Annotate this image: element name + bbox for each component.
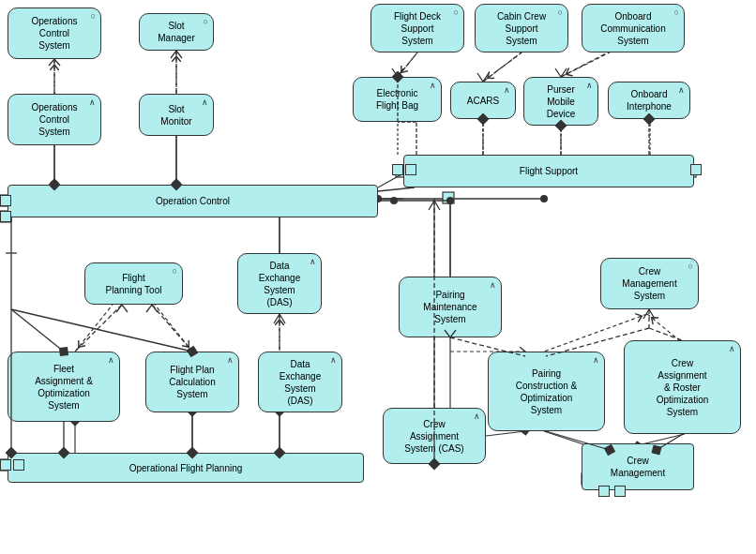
ops-ctrl-bottom-label: OperationsControlSystem [32, 101, 78, 138]
crew-mgmt-sys-label: CrewManagementSystem [622, 265, 676, 302]
svg-line-76 [649, 328, 682, 340]
slot-mgr-icon: ○ [204, 17, 208, 28]
ops-ctrl-top-box: OperationsControlSystem ○ [8, 7, 101, 59]
connector-3 [392, 164, 403, 175]
pairing-constr-icon: ∧ [593, 355, 599, 367]
pairing-maint-icon: ∧ [490, 280, 496, 292]
acars-box: ACARS ∧ [450, 82, 516, 119]
svg-line-54 [11, 309, 64, 352]
connector-6 [0, 459, 11, 471]
flight-deck-support-box: Flight DeckSupportSystem ○ [370, 4, 464, 52]
data-exchange-bottom-box: DataExchangeSystem(DAS) ∧ [258, 352, 342, 412]
connector-5 [690, 164, 702, 175]
pairing-constr-label: PairingConstruction &OptimizationSystem [516, 367, 578, 416]
slot-monitor-box: SlotMonitor ∧ [139, 94, 214, 136]
flight-plan-calc-icon: ∧ [227, 355, 234, 367]
connector-4 [405, 164, 416, 175]
efb-label: ElectronicFlight Bag [376, 87, 418, 112]
onboard-interphone-box: OnboardInterphone ∧ [608, 82, 690, 119]
connector-8 [598, 486, 610, 497]
connector-2 [0, 211, 11, 222]
slot-mgr-box: SlotManager ○ [139, 13, 214, 51]
fleet-assign-box: FleetAssignment &OptimizationSystem ∧ [8, 352, 120, 422]
data-exchange-bottom-icon: ∧ [330, 355, 337, 367]
fleet-assign-icon: ∧ [108, 355, 114, 367]
cabin-crew-support-icon: ○ [558, 7, 563, 19]
crew-assign-roster-box: CrewAssignment& RosterOptimizationSystem… [624, 340, 741, 434]
pairing-constr-box: PairingConstruction &OptimizationSystem … [488, 352, 605, 431]
svg-line-85 [152, 305, 192, 352]
efb-box: ElectronicFlight Bag ∧ [353, 77, 442, 122]
svg-line-84 [75, 305, 122, 352]
fleet-assign-label: FleetAssignment &OptimizationSystem [35, 363, 93, 412]
svg-line-18 [561, 52, 610, 77]
acars-icon: ∧ [504, 85, 510, 97]
pairing-maint-box: PairingMaintenanceSystem ∧ [399, 277, 502, 337]
data-exchange-top-box: DataExchangeSystem(DAS) ∧ [237, 253, 322, 314]
crew-assign-sys-box: CrewAssignmentSystem (CAS) ∧ [383, 408, 486, 464]
pairing-maint-label: PairingMaintenanceSystem [423, 289, 476, 325]
svg-line-73 [561, 52, 608, 77]
flight-support-box: Flight Support [403, 155, 694, 187]
svg-rect-23 [443, 192, 454, 203]
flight-support-label: Flight Support [520, 165, 578, 177]
purser-mobile-label: PurserMobileDevice [547, 83, 576, 120]
crew-assign-roster-label: CrewAssignment& RosterOptimizationSystem [657, 357, 709, 418]
svg-line-71 [398, 52, 417, 77]
op-flight-planning-box: Operational Flight Planning [8, 453, 364, 483]
crew-assign-roster-icon: ∧ [729, 344, 735, 355]
crew-management-label: CrewManagement [611, 455, 665, 479]
efb-icon: ∧ [430, 81, 436, 92]
connector-7 [13, 459, 24, 471]
crew-assign-sys-icon: ∧ [474, 412, 480, 423]
svg-point-60 [390, 197, 398, 204]
connector-1 [0, 195, 11, 206]
op-control-box: Operation Control [8, 185, 378, 217]
flight-planning-tool-icon: ○ [173, 266, 177, 277]
flight-plan-calc-box: Flight PlanCalculationSystem ∧ [145, 352, 239, 412]
ops-ctrl-top-icon: ○ [91, 11, 96, 22]
slot-monitor-label: SlotMonitor [160, 103, 191, 127]
svg-point-63 [446, 197, 454, 204]
svg-line-32 [75, 305, 113, 352]
onboard-comm-label: OnboardCommunicationSystem [600, 10, 665, 47]
ops-ctrl-bottom-icon: ∧ [89, 97, 96, 109]
op-control-label: Operation Control [156, 195, 230, 207]
svg-line-44 [378, 173, 403, 187]
data-exchange-bottom-label: DataExchangeSystem(DAS) [280, 358, 321, 407]
crew-management-box: CrewManagement [582, 443, 694, 490]
svg-line-33 [155, 305, 192, 352]
onboard-interphone-label: OnboardInterphone [627, 88, 672, 112]
diagram: OperationsControlSystem ○ SlotManager ○ … [0, 0, 756, 554]
onboard-comm-box: OnboardCommunicationSystem ○ [582, 4, 685, 52]
flight-plan-calc-label: Flight PlanCalculationSystem [169, 364, 215, 400]
acars-label: ACARS [467, 95, 499, 107]
data-exchange-top-label: DataExchangeSystem(DAS) [259, 260, 300, 308]
svg-line-17 [483, 52, 522, 82]
onboard-comm-icon: ○ [674, 7, 679, 19]
ops-ctrl-top-label: OperationsControlSystem [32, 15, 78, 52]
purser-mobile-icon: ∧ [586, 81, 593, 92]
crew-mgmt-sys-icon: ○ [688, 262, 693, 273]
slot-mgr-label: SlotManager [158, 20, 194, 44]
purser-mobile-box: PurserMobileDevice ∧ [523, 77, 598, 126]
slot-monitor-icon: ∧ [202, 97, 208, 109]
ops-ctrl-bottom-box: OperationsControlSystem ∧ [8, 94, 101, 145]
onboard-interphone-icon: ∧ [678, 85, 685, 97]
svg-line-38 [486, 431, 525, 436]
svg-line-64 [378, 187, 415, 191]
crew-mgmt-sys-box: CrewManagementSystem ○ [600, 258, 699, 309]
cabin-crew-support-label: Cabin CrewSupportSystem [497, 10, 546, 47]
cabin-crew-support-box: Cabin CrewSupportSystem ○ [475, 4, 568, 52]
crew-assign-sys-label: CrewAssignmentSystem (CAS) [404, 418, 463, 455]
data-exchange-top-icon: ∧ [310, 257, 316, 268]
flight-deck-support-icon: ○ [454, 7, 459, 19]
svg-point-21 [540, 195, 548, 202]
connector-9 [614, 486, 626, 497]
flight-deck-support-label: Flight DeckSupportSystem [394, 10, 441, 47]
svg-line-72 [483, 52, 522, 82]
flight-planning-tool-label: FlightPlanning Tool [106, 272, 162, 296]
flight-planning-tool-box: FlightPlanning Tool ○ [84, 262, 183, 305]
op-flight-planning-label: Operational Flight Planning [129, 462, 243, 474]
svg-line-16 [398, 52, 417, 77]
